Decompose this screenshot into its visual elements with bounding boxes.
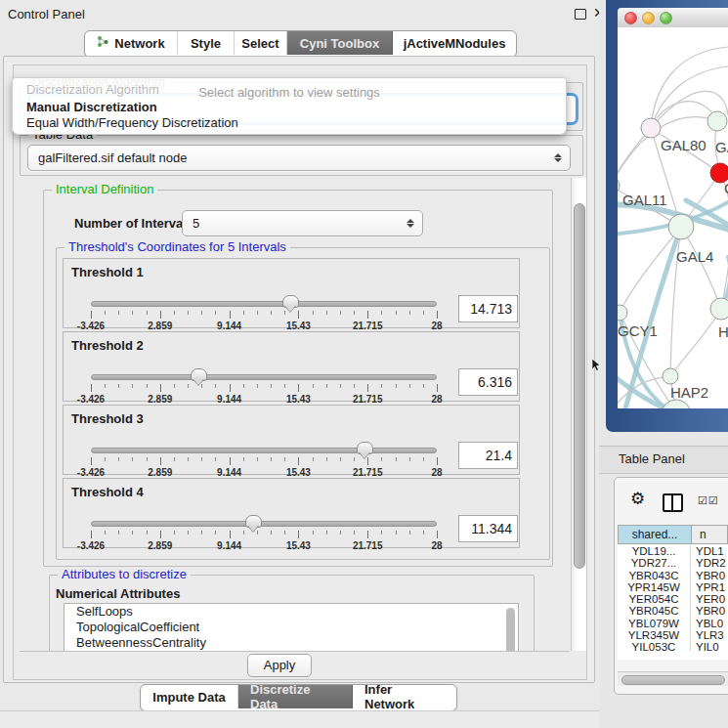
slider-tick <box>437 384 438 392</box>
interval-definition-label: Interval Definition <box>52 183 157 196</box>
slider-tick <box>257 311 258 315</box>
cell-shared-name: YLR345W <box>618 629 691 641</box>
gene-node[interactable] <box>663 368 678 384</box>
threshold-slider[interactable]: -3.4262.8599.14415.4321.71528 <box>91 514 437 547</box>
tab-impute-data[interactable]: Impute Data <box>141 685 238 708</box>
list-item[interactable]: SelfLoops <box>64 604 518 620</box>
select-columns-checkboxes-icon[interactable]: ☑☑ <box>698 494 719 507</box>
split-table-icon[interactable] <box>663 493 683 512</box>
threshold-value-field[interactable]: 6.316 <box>458 368 518 396</box>
slider-tick <box>423 311 424 315</box>
tab-infer-network[interactable]: Infer Network <box>353 685 456 708</box>
table-horizontal-scrollbar[interactable] <box>618 671 728 686</box>
slider-tick <box>437 531 438 538</box>
slider-tick-label: 15.43 <box>286 321 311 331</box>
tab-cyni-toolbox[interactable]: Cyni Toolbox <box>287 31 393 55</box>
slider-tick <box>381 311 382 315</box>
list-scrollbar[interactable] <box>506 608 515 652</box>
list-item[interactable]: TopologicalCoefficient <box>64 620 518 635</box>
network-window-titlebar[interactable] <box>618 8 728 28</box>
tab-discretize-data[interactable]: Discretize Data <box>238 685 353 708</box>
table-panel-titlebar: Table Panel <box>599 446 728 474</box>
zoom-window-icon[interactable] <box>660 12 672 24</box>
threshold-slider[interactable]: -3.4262.8599.14415.4321.71528 <box>91 294 437 327</box>
tab-network[interactable]: Network <box>85 31 178 55</box>
column-header-shared-name[interactable]: shared... <box>619 526 692 543</box>
gene-node[interactable] <box>707 111 727 131</box>
panel-scrollbar[interactable] <box>571 178 587 651</box>
tab-select[interactable]: Select <box>235 31 287 55</box>
threshold-value-field[interactable]: 21.4 <box>458 442 518 469</box>
cell-name: YBL0 <box>691 618 728 629</box>
slider-tick <box>215 457 216 461</box>
table-row[interactable]: YER054CYER0 <box>618 593 728 605</box>
table-row[interactable]: YBR043CYBR0 <box>618 570 728 581</box>
tab-style[interactable]: Style <box>178 31 235 55</box>
slider-tick <box>367 384 368 392</box>
table-row[interactable]: YDL19...YDL1 <box>618 545 728 557</box>
table-data-combobox[interactable]: galFiltered.sif default node <box>27 145 571 171</box>
slider-tick <box>381 457 382 461</box>
network-canvas[interactable]: GAL80GAGAL11CGAL4GCY1HHAP2 <box>618 27 728 408</box>
tab-jactivemnodules[interactable]: jActiveMNodules <box>393 31 516 55</box>
slider-tick <box>147 457 148 461</box>
slider-track[interactable] <box>91 301 437 307</box>
slider-tick <box>271 384 272 388</box>
slider-tick <box>284 457 285 461</box>
threshold-slider[interactable]: -3.4262.8599.14415.4321.71528 <box>91 441 437 474</box>
close-window-icon[interactable] <box>624 12 637 24</box>
slider-tick <box>132 531 133 535</box>
table-row[interactable]: YIL053CYIL0 <box>618 641 728 651</box>
gene-node-label: HAP2 <box>670 384 708 401</box>
column-header-name[interactable]: n <box>692 526 727 543</box>
network-graph <box>618 27 728 408</box>
slider-tick <box>230 384 231 392</box>
attributes-group: Attributes to discretize Numerical Attri… <box>49 575 535 652</box>
slider-thumb[interactable] <box>245 515 262 528</box>
gene-node[interactable] <box>641 118 661 138</box>
panel-scrollbar-thumb[interactable] <box>574 203 585 569</box>
threshold-block: Threshold 2-3.4262.8599.14415.4321.71528… <box>63 331 520 402</box>
threshold-value-field[interactable]: 14.713 <box>458 295 518 322</box>
slider-tick <box>271 531 272 535</box>
slider-tick <box>396 384 397 388</box>
gear-icon[interactable]: ⚙ <box>630 491 645 507</box>
apply-button[interactable]: Apply <box>247 654 312 677</box>
threshold-slider[interactable]: -3.4262.8599.14415.4321.71528 <box>91 367 437 401</box>
cell-name: YDR2 <box>691 557 728 569</box>
slider-thumb[interactable] <box>357 442 373 454</box>
table-row[interactable]: YBR045CYBR0 <box>618 605 728 617</box>
slider-thumb[interactable] <box>282 295 299 308</box>
table-row[interactable]: YDR27...YDR2 <box>618 557 728 569</box>
minimize-window-icon[interactable] <box>642 12 655 24</box>
gene-node[interactable] <box>662 400 691 408</box>
gene-node[interactable] <box>710 298 728 320</box>
gene-node[interactable] <box>618 177 620 194</box>
table-panel-title: Table Panel <box>619 451 685 466</box>
list-item[interactable]: BetweennessCentrality <box>64 635 518 651</box>
slider-track[interactable] <box>91 521 437 527</box>
number-of-intervals-label: Number of Intervals <box>74 216 193 231</box>
thresholds-group: Threshold's Coordinates for 5 Intervals … <box>56 247 550 560</box>
slider-thumb[interactable] <box>191 368 207 381</box>
table-row[interactable]: YLR345WYLR3 <box>618 629 728 641</box>
table-row[interactable]: YBL079WYBL0 <box>618 618 728 629</box>
float-window-icon[interactable] <box>575 9 586 20</box>
slider-track[interactable] <box>91 448 437 453</box>
slider-tick <box>298 531 299 538</box>
gene-node[interactable] <box>618 305 627 321</box>
number-of-intervals-combobox[interactable]: 5 <box>182 210 423 236</box>
gene-node[interactable] <box>668 214 694 239</box>
threshold-value-field[interactable]: 11.344 <box>458 515 518 542</box>
slider-tick <box>188 384 189 388</box>
slider-tick <box>91 384 92 392</box>
slider-tick-label: 2.859 <box>148 540 172 551</box>
menu-item-equal-width-frequency[interactable]: Equal Width/Frequency Discretization <box>17 115 562 130</box>
menu-item-manual-discretization[interactable]: Manual Discretization <box>17 100 562 114</box>
table-hscrollbar-thumb[interactable] <box>621 675 725 685</box>
slider-tick <box>105 531 106 535</box>
numerical-attributes-list[interactable]: SelfLoopsTopologicalCoefficientBetweenne… <box>64 603 519 652</box>
table-row[interactable]: YPR145WYPR1 <box>618 581 728 593</box>
slider-tick <box>340 311 341 315</box>
slider-track[interactable] <box>91 374 437 380</box>
